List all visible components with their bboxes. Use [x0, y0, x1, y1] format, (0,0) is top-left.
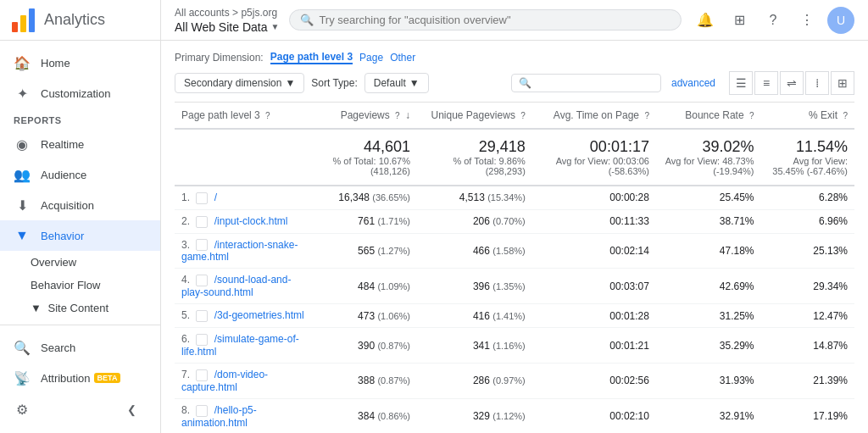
unique-pv-val: 466 [473, 245, 490, 257]
sidebar-item-overview[interactable]: Overview [0, 251, 160, 274]
page-link[interactable]: /input-clock.html [214, 215, 288, 227]
unique-pv-val: 396 [473, 280, 490, 292]
attribution-icon: 📡 [14, 369, 31, 386]
cell-page: 3. /interaction-snake-game.html [175, 233, 316, 269]
term-cloud-icon[interactable]: ⁞ [805, 71, 829, 95]
cell-page: 4. /sound-load-and-play-sound.html [175, 269, 316, 304]
svg-rect-0 [12, 22, 18, 32]
table-view-icon[interactable]: ☰ [729, 71, 753, 95]
main-content: All accounts > p5js.org All Web Site Dat… [161, 0, 868, 433]
help-icon[interactable]: ? [265, 111, 270, 120]
account-selector[interactable]: All Web Site Data ▼ [175, 20, 279, 34]
attribution-label: Attribution [41, 372, 91, 385]
table-row: 5. /3d-geometries.html 473 (1.06%) 416 (… [175, 304, 854, 328]
page-link[interactable]: /3d-geometries.html [214, 309, 304, 321]
cell-pageviews: 384 (0.86%) [316, 398, 417, 433]
sidebar-collapse-button[interactable]: ❮ [117, 397, 147, 423]
page-link[interactable]: /dom-video-capture.html [181, 369, 268, 393]
help-icon[interactable]: ? [644, 111, 649, 120]
secondary-dimension-button[interactable]: Secondary dimension ▼ [175, 73, 304, 93]
sort-type-button[interactable]: Default ▼ [364, 73, 429, 93]
dimension-page-path-level3[interactable]: Page path level 3 [270, 51, 353, 64]
cell-page: 5. /3d-geometries.html [175, 304, 316, 328]
help-icon[interactable]: ? [760, 7, 787, 34]
table-row: 4. /sound-load-and-play-sound.html 484 (… [175, 269, 854, 304]
summary-pct-exit: 11.54% Avg for View: 35.45% (-67.46%) [761, 129, 854, 186]
sidebar-item-realtime[interactable]: ◉ Realtime [0, 129, 160, 159]
pageviews-val: 390 [358, 340, 375, 352]
col-header-page: Page path level 3 ? [175, 103, 316, 130]
avatar[interactable]: U [827, 7, 854, 34]
cell-pct-exit: 29.34% [761, 269, 854, 304]
sidebar-item-site-content-group[interactable]: ▼ Site Content [0, 297, 160, 319]
unique-pv-val: 206 [473, 215, 490, 227]
page-link[interactable]: / [214, 192, 217, 203]
topbar: All accounts > p5js.org All Web Site Dat… [161, 0, 868, 41]
pageviews-pct: (1.27%) [377, 246, 410, 256]
sidebar-item-behavior[interactable]: ▼ Behavior [0, 220, 160, 251]
comparison-view-icon[interactable]: ⇌ [780, 71, 804, 95]
table-search-field[interactable]: 🔍 [511, 74, 661, 92]
page-icon [196, 239, 208, 251]
sidebar-item-settings[interactable]: ⚙ [14, 398, 41, 422]
table-search-input[interactable] [535, 77, 654, 89]
row-number: 6. [181, 333, 190, 345]
help-icon[interactable]: ? [520, 111, 526, 120]
sidebar-item-acquisition[interactable]: ⬇ Acquisition [0, 190, 160, 220]
col-header-bounce-rate: Bounce Rate ? [656, 103, 761, 130]
dimension-other[interactable]: Other [390, 52, 415, 64]
performance-view-icon[interactable]: ≡ [754, 71, 778, 95]
cell-avg-time: 00:02:10 [532, 398, 656, 433]
sidebar-footer: 🔍 Search 📡 Attribution BETA ⚙ ❮ [0, 325, 160, 433]
cell-avg-time: 00:11:33 [532, 209, 656, 233]
sidebar: Analytics 🏠 Home ✦ Customization REPORTS… [0, 0, 161, 433]
cell-bounce-rate: 32.91% [656, 398, 761, 433]
pageviews-pct: (1.71%) [377, 216, 410, 226]
unique-pv-val: 416 [473, 310, 490, 322]
dimension-bar: Primary Dimension: Page path level 3 Pag… [175, 51, 854, 64]
sidebar-item-customization[interactable]: ✦ Customization [0, 78, 160, 108]
cell-bounce-rate: 38.71% [656, 209, 761, 233]
page-icon [196, 334, 208, 346]
help-icon[interactable]: ? [395, 111, 400, 120]
apps-icon[interactable]: ⊞ [726, 7, 753, 34]
home-icon: 🏠 [14, 54, 31, 71]
sidebar-item-home[interactable]: 🏠 Home [0, 47, 160, 78]
sidebar-item-acquisition-label: Acquisition [41, 199, 94, 212]
cell-pct-exit: 14.87% [761, 328, 854, 364]
help-icon[interactable]: ? [749, 111, 754, 120]
sidebar-item-search[interactable]: 🔍 Search [0, 332, 160, 363]
breadcrumb: All accounts > p5js.org [175, 7, 279, 19]
cell-avg-time: 00:03:07 [532, 269, 656, 304]
notifications-icon[interactable]: 🔔 [692, 7, 719, 34]
sidebar-item-audience[interactable]: 👥 Audience [0, 159, 160, 190]
cell-pageviews: 388 (0.87%) [316, 363, 417, 398]
dimension-page[interactable]: Page [359, 52, 383, 64]
unique-pv-val: 4,513 [459, 192, 485, 203]
sidebar-item-behavior-flow[interactable]: Behavior Flow [0, 274, 160, 297]
summary-avg-time: 00:01:17 Avg for View: 00:03:06 (-58.63%… [532, 129, 656, 186]
pageviews-pct: (0.86%) [377, 411, 410, 421]
advanced-link[interactable]: advanced [671, 77, 715, 89]
help-icon[interactable]: ? [843, 111, 848, 120]
primary-dimension-label: Primary Dimension: [175, 52, 264, 64]
table-row: 8. /hello-p5-animation.html 384 (0.86%) … [175, 398, 854, 433]
cell-pct-exit: 17.19% [761, 398, 854, 433]
cell-pct-exit: 6.28% [761, 186, 854, 209]
unique-pv-val: 286 [473, 375, 490, 386]
unique-pv-pct: (1.58%) [492, 246, 526, 256]
search-bar[interactable]: 🔍 [289, 9, 682, 31]
page-link[interactable]: /hello-p5-animation.html [181, 404, 257, 429]
search-input[interactable] [319, 14, 670, 26]
cell-unique-pageviews: 396 (1.35%) [417, 269, 532, 304]
secondary-dimension-label: Secondary dimension [184, 77, 281, 89]
account-label: All Web Site Data [175, 20, 267, 34]
cell-unique-pageviews: 4,513 (15.34%) [417, 186, 532, 209]
more-icon[interactable]: ⋮ [793, 7, 821, 34]
cell-pageviews: 565 (1.27%) [316, 233, 417, 269]
overview-label: Overview [31, 256, 76, 269]
pivot-view-icon[interactable]: ⊞ [831, 71, 854, 95]
sidebar-item-attribution[interactable]: 📡 Attribution BETA [0, 363, 160, 393]
cell-page: 1. / [175, 186, 316, 209]
data-table: Page path level 3 ? Pageviews ? ↓ Unique… [175, 102, 854, 433]
